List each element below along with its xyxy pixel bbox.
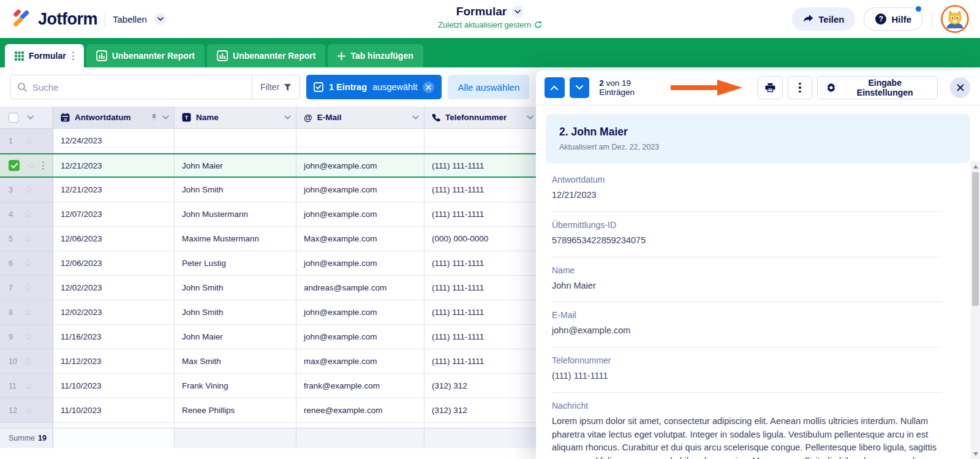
input-settings-button[interactable]: Eingabe Einstellungen (817, 76, 938, 99)
cell-name[interactable]: Maxime Mustermann (175, 227, 296, 251)
close-panel-button[interactable] (950, 77, 970, 98)
cell-antwortdatum[interactable]: 11/10/2023 (53, 374, 175, 398)
cell-telefonnummer[interactable]: (312) 312 (424, 374, 539, 398)
table-row[interactable]: 5 ☆ 12/06/2023 Maxime Mustermann Max@exa… (0, 227, 539, 251)
cell-email[interactable]: renee@example.com (296, 398, 424, 423)
column-header-antwortdatum[interactable]: 10 Antwortdatum (53, 107, 175, 129)
cell-antwortdatum[interactable]: 12/24/2023 (53, 129, 175, 153)
cell-email[interactable]: john@example.com (296, 154, 424, 176)
cell-antwortdatum[interactable]: 12/06/2023 (53, 227, 175, 251)
star-icon[interactable]: ☆ (24, 381, 33, 391)
star-icon[interactable]: ☆ (24, 184, 33, 195)
row-menu-icon[interactable] (42, 161, 44, 170)
tab-report-2[interactable]: Unbenannter Report (207, 44, 325, 67)
star-icon[interactable]: ☆ (24, 135, 33, 146)
column-chevron-icon[interactable] (284, 115, 291, 119)
star-icon[interactable]: ☆ (24, 307, 33, 317)
tab-formular[interactable]: Formular (5, 44, 84, 67)
cell-telefonnummer[interactable]: (111) 111-1111 (424, 325, 539, 349)
column-header-name[interactable]: T Name (175, 107, 296, 129)
table-row[interactable]: 10 ☆ 11/12/2023 Max Smith max@example.co… (0, 349, 539, 374)
cell-name[interactable]: John Smith (175, 276, 296, 300)
cell-antwortdatum[interactable]: 12/21/2023 (53, 154, 175, 176)
star-icon[interactable]: ☆ (24, 405, 33, 415)
search-input[interactable] (32, 82, 244, 93)
cell-email[interactable]: john@example.com (296, 251, 424, 276)
cell-name[interactable]: John Maier (175, 325, 296, 349)
share-button[interactable]: Teilen (792, 7, 855, 31)
selected-entries-button[interactable]: 1 Eintrag ausgewählt (306, 75, 442, 99)
table-row[interactable]: 7 ☆ 12/02/2023 John Smith andreas@sample… (0, 276, 539, 300)
column-chevron-icon[interactable] (527, 115, 533, 119)
cell-antwortdatum[interactable]: 12/02/2023 (53, 300, 175, 325)
table-row[interactable]: 2 ☆ 12/21/2023 John Maier john@example.c… (0, 153, 539, 178)
cell-telefonnummer[interactable]: (111) 111-1111 (424, 349, 539, 374)
cell-name[interactable]: John Smith (175, 300, 296, 325)
previous-entry-button[interactable] (545, 77, 565, 98)
cell-email[interactable] (296, 129, 424, 153)
table-row[interactable]: 3 ☆ 12/21/2023 John Smith john@example.c… (0, 178, 539, 202)
cell-antwortdatum[interactable]: 12/07/2023 (53, 202, 175, 227)
table-row[interactable]: 11 ☆ 11/10/2023 Frank Vining frank@examp… (0, 374, 539, 398)
cell-name[interactable] (175, 129, 296, 153)
cell-antwortdatum[interactable]: 11/16/2023 (53, 325, 175, 349)
tab-report-1[interactable]: Unbenannter Report (86, 44, 205, 67)
cell-antwortdatum[interactable]: 11/10/2023 (53, 398, 175, 423)
cell-telefonnummer[interactable]: (312) 312 (424, 398, 539, 423)
header-chevron-icon[interactable] (27, 115, 34, 119)
cell-telefonnummer[interactable]: (111) 111-1111 (424, 202, 539, 227)
cell-antwortdatum[interactable]: 12/02/2023 (53, 276, 175, 300)
scrollbar-up-arrow[interactable] (971, 162, 980, 171)
column-chevron-icon[interactable] (412, 115, 419, 119)
user-avatar[interactable] (941, 5, 969, 33)
cell-name[interactable]: John Maier (175, 154, 296, 176)
star-icon[interactable]: ☆ (24, 283, 33, 293)
star-icon[interactable]: ☆ (24, 209, 33, 219)
cell-email[interactable]: john@example.com (296, 202, 424, 227)
scrollbar-down-arrow[interactable] (971, 449, 980, 458)
jotform-logo[interactable]: Jotform (11, 9, 97, 29)
cell-name[interactable]: Renee Phillips (175, 398, 296, 423)
filter-button[interactable]: Filter (252, 75, 300, 99)
cell-email[interactable]: Max@example.com (296, 227, 424, 251)
row-checkbox-checked[interactable] (9, 160, 20, 171)
cell-email[interactable]: frank@example.com (296, 374, 424, 398)
column-chevron-icon[interactable] (162, 115, 169, 119)
cell-antwortdatum[interactable]: 12/06/2023 (53, 251, 175, 276)
clear-selection-icon[interactable] (423, 82, 434, 93)
cell-email[interactable]: john@example.com (296, 325, 424, 349)
panel-scrollbar[interactable] (971, 161, 980, 459)
column-header-email[interactable]: @ E-Mail (296, 107, 424, 129)
cell-antwortdatum[interactable]: 11/12/2023 (53, 349, 175, 374)
scrollbar-thumb[interactable] (972, 172, 979, 306)
cell-email[interactable]: andreas@sample.com (296, 276, 424, 300)
cell-name[interactable]: John Smith (175, 178, 296, 202)
title-chevron-icon[interactable] (511, 6, 524, 18)
add-tab-button[interactable]: Tab hinzufügen (328, 44, 423, 67)
cell-name[interactable]: John Mustermann (175, 202, 296, 227)
print-button[interactable] (758, 76, 782, 99)
star-icon[interactable]: ☆ (24, 233, 33, 244)
cell-name[interactable]: Peter Lustig (175, 251, 296, 276)
column-header-telefonnummer[interactable]: Telefonnummer (424, 107, 539, 129)
cell-name[interactable]: Frank Vining (175, 374, 296, 398)
table-row[interactable]: 9 ☆ 11/16/2023 John Maier john@example.c… (0, 325, 539, 349)
cell-name[interactable]: Max Smith (175, 349, 296, 374)
cell-email[interactable]: john@example.com (296, 178, 424, 202)
cell-telefonnummer[interactable] (424, 129, 539, 153)
select-all-button[interactable]: Alle auswählen (448, 75, 529, 99)
cell-email[interactable]: max@example.com (296, 349, 424, 374)
table-row[interactable]: 8 ☆ 12/02/2023 John Smith john@example.c… (0, 300, 539, 325)
star-icon[interactable]: ☆ (26, 161, 36, 171)
cell-telefonnummer[interactable]: (111) 111-1111 (424, 251, 539, 276)
more-options-button[interactable] (788, 76, 812, 99)
select-all-checkbox[interactable] (9, 113, 18, 123)
star-icon[interactable]: ☆ (24, 332, 33, 342)
refresh-icon[interactable] (534, 21, 542, 29)
cell-telefonnummer[interactable]: (111) 111-1111 (424, 154, 539, 176)
cell-telefonnummer[interactable]: (111) 111-1111 (424, 178, 539, 202)
tab-menu-icon[interactable] (72, 51, 74, 60)
table-row[interactable]: 6 ☆ 12/06/2023 Peter Lustig john@example… (0, 251, 539, 276)
cell-email[interactable]: john@example.com (296, 300, 424, 325)
star-icon[interactable]: ☆ (24, 356, 33, 366)
